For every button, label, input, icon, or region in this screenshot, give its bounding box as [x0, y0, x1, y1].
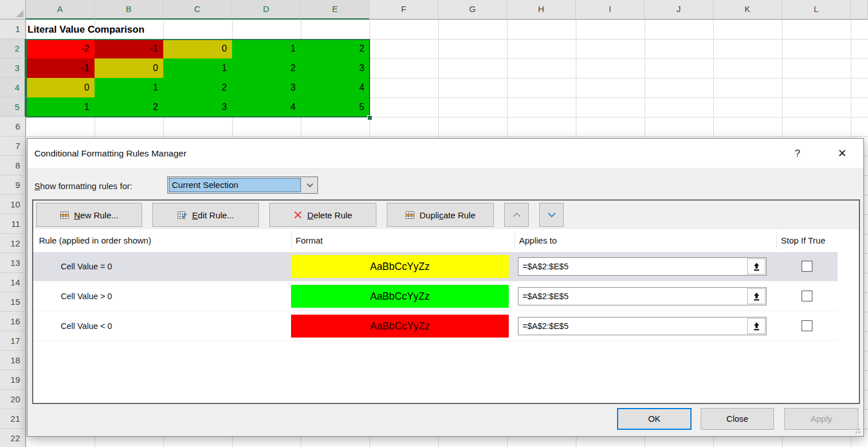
help-button[interactable]: ? — [787, 139, 808, 168]
close-icon[interactable]: ✕ — [831, 139, 853, 168]
column-header-f[interactable]: F — [370, 0, 438, 19]
column-header-d[interactable]: D — [232, 0, 301, 19]
duplicate-rule-button[interactable]: Duplicate Rule — [387, 203, 494, 227]
stop-if-true-checkbox[interactable] — [802, 261, 812, 272]
column-header-g[interactable]: G — [438, 0, 507, 19]
show-rules-for-dropdown[interactable]: Current Selection — [167, 177, 318, 194]
close-button[interactable]: Close — [701, 408, 774, 430]
fill-handle[interactable] — [367, 115, 372, 120]
stop-if-true-checkbox[interactable] — [802, 291, 812, 301]
rules-toolbar: New Rule... Edit Rule... Delete Rule Dup… — [33, 201, 859, 229]
row-header-7[interactable]: 7 — [0, 136, 26, 156]
row-header-9[interactable]: 9 — [0, 175, 26, 195]
column-header-partial[interactable] — [851, 0, 868, 19]
cell-d2[interactable]: 1 — [232, 39, 301, 58]
move-rule-down-button[interactable] — [539, 203, 564, 227]
row-header-11[interactable]: 11 — [0, 214, 26, 234]
column-header-j[interactable]: J — [645, 0, 713, 19]
stop-if-true-checkbox[interactable] — [802, 320, 812, 331]
delete-rule-button[interactable]: Delete Rule — [269, 203, 376, 227]
range-selector-icon[interactable] — [747, 288, 765, 304]
dialog-title: Conditional Formatting Rules Manager — [34, 139, 186, 168]
column-header-k[interactable]: K — [713, 0, 782, 19]
rules-panel: New Rule... Edit Rule... Delete Rule Dup… — [32, 199, 860, 404]
cell-b4[interactable]: 1 — [95, 78, 163, 97]
row-header-14[interactable]: 14 — [0, 273, 26, 292]
format-preview: AaBbCcYyZz — [291, 285, 509, 308]
header-stop-if-true: Stop If True — [781, 229, 826, 252]
row-header-22[interactable]: 22 — [0, 429, 26, 447]
cell-d4[interactable]: 3 — [232, 78, 301, 97]
column-header-a[interactable]: A — [26, 0, 95, 19]
cell-a4[interactable]: 0 — [26, 78, 95, 97]
row-header-18[interactable]: 18 — [0, 351, 26, 370]
row-header-17[interactable]: 17 — [0, 331, 26, 351]
cell-e2[interactable]: 2 — [301, 39, 370, 58]
row-header-15[interactable]: 15 — [0, 292, 26, 312]
row-header-8[interactable]: 8 — [0, 156, 26, 175]
row-header-2[interactable]: 2 — [0, 39, 26, 58]
header-applies-to: Applies to — [519, 229, 557, 252]
cell-a5[interactable]: 1 — [26, 97, 95, 117]
row-header-5[interactable]: 5 — [0, 97, 26, 117]
applies-to-field[interactable]: =$A$2:$E$5 — [518, 287, 767, 305]
row-header-3[interactable]: 3 — [0, 58, 26, 78]
row-header-20[interactable]: 20 — [0, 390, 26, 409]
row-header-21[interactable]: 21 — [0, 409, 26, 429]
column-header-h[interactable]: H — [507, 0, 576, 19]
cell-e5[interactable]: 5 — [301, 97, 370, 117]
select-all-corner[interactable] — [0, 0, 26, 19]
delete-rule-label: Delete Rule — [307, 210, 352, 220]
cell-a2[interactable]: -2 — [26, 39, 95, 58]
dialog-titlebar: Conditional Formatting Rules Manager ? ✕ — [28, 139, 863, 168]
edit-rule-label: Edit Rule... — [192, 210, 234, 220]
rule-row-2[interactable]: Cell Value > 0AaBbCcYyZz=$A$2:$E$5 — [33, 281, 859, 311]
row-header-6[interactable]: 6 — [0, 117, 26, 136]
delete-x-icon — [293, 210, 303, 219]
ok-button[interactable]: OK — [617, 408, 692, 430]
new-rule-button[interactable]: New Rule... — [36, 203, 142, 227]
cell-b5[interactable]: 2 — [95, 97, 163, 117]
edit-rule-button[interactable]: Edit Rule... — [152, 203, 259, 227]
cell-d5[interactable]: 4 — [232, 97, 301, 117]
show-formatting-rules-label: Show formatting rules for: — [34, 181, 132, 191]
rule-row-1[interactable]: Cell Value = 0AaBbCcYyZz=$A$2:$E$5 — [33, 252, 859, 281]
range-selector-icon[interactable] — [747, 318, 765, 334]
cell-a1-title[interactable]: Literal Value Comparison — [28, 19, 144, 39]
cell-d3[interactable]: 2 — [232, 58, 301, 78]
row-header-12[interactable]: 12 — [0, 234, 26, 253]
rules-list: Rule (applied in order shown) Format App… — [33, 229, 859, 403]
cell-c2[interactable]: 0 — [163, 39, 232, 58]
cell-c3[interactable]: 1 — [163, 58, 232, 78]
cell-c5[interactable]: 3 — [163, 97, 232, 117]
applies-to-value[interactable]: =$A$2:$E$5 — [519, 317, 747, 335]
column-header-l[interactable]: L — [782, 0, 851, 19]
range-selector-icon[interactable] — [747, 258, 765, 275]
row-header-10[interactable]: 10 — [0, 195, 26, 214]
chevron-down-icon[interactable] — [302, 177, 317, 193]
duplicate-rule-label: Duplicate Rule — [419, 210, 476, 220]
row-header-16[interactable]: 16 — [0, 312, 26, 331]
rule-row-3[interactable]: Cell Value < 0AaBbCcYyZz=$A$2:$E$5 — [33, 311, 859, 341]
applies-to-field[interactable]: =$A$2:$E$5 — [518, 257, 767, 276]
resize-grip[interactable] — [853, 426, 860, 433]
column-header-c[interactable]: C — [163, 0, 232, 19]
column-header-b[interactable]: B — [95, 0, 163, 19]
applies-to-field[interactable]: =$A$2:$E$5 — [518, 317, 767, 335]
row-header-19[interactable]: 19 — [0, 370, 26, 390]
cell-a3[interactable]: -1 — [26, 58, 95, 78]
cell-b3[interactable]: 0 — [95, 58, 163, 78]
cell-e4[interactable]: 4 — [301, 78, 370, 97]
column-header-i[interactable]: I — [576, 0, 645, 19]
cell-c4[interactable]: 2 — [163, 78, 232, 97]
apply-button[interactable]: Apply — [784, 408, 858, 430]
row-header-13[interactable]: 13 — [0, 253, 26, 273]
cell-b2[interactable]: -1 — [95, 39, 163, 58]
row-header-1[interactable]: 1 — [0, 19, 26, 39]
row-header-4[interactable]: 4 — [0, 78, 26, 97]
column-header-e[interactable]: E — [301, 0, 370, 19]
cell-e3[interactable]: 3 — [301, 58, 370, 78]
applies-to-value[interactable]: =$A$2:$E$5 — [519, 288, 747, 305]
applies-to-value[interactable]: =$A$2:$E$5 — [519, 258, 747, 275]
move-rule-up-button[interactable] — [504, 203, 529, 227]
